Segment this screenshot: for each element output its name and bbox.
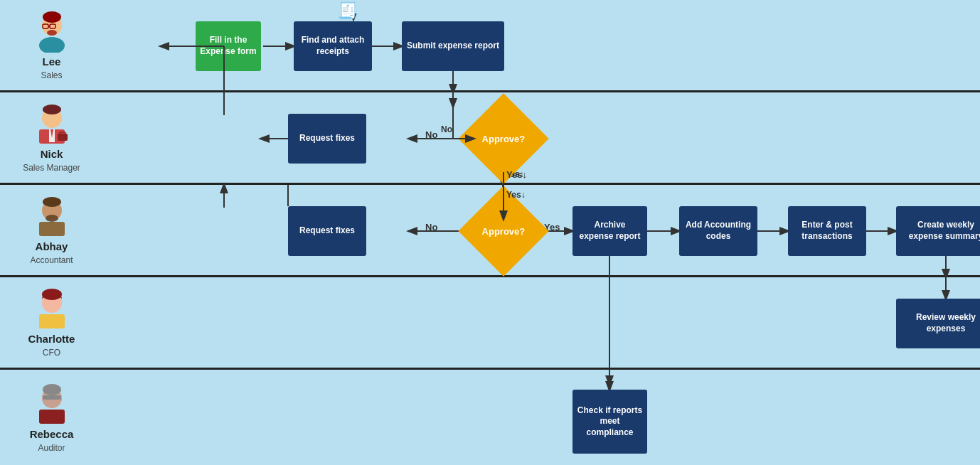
svg-rect-43 bbox=[43, 395, 61, 400]
swimlane-abhay: Abhay Accountant bbox=[0, 185, 980, 277]
avatar-abhay bbox=[31, 195, 73, 237]
actor-charlotte: Charlotte CFO bbox=[0, 277, 103, 368]
diamond-approve-nick: Approve? bbox=[458, 93, 548, 183]
svg-point-6 bbox=[47, 30, 57, 36]
charlotte-arrows bbox=[103, 277, 980, 368]
actor-abhay-name: Abhay bbox=[36, 240, 68, 252]
svg-point-24 bbox=[43, 197, 61, 207]
svg-point-25 bbox=[46, 215, 58, 222]
box-request-fixes-abhay: Request fixes bbox=[288, 206, 366, 256]
lane-rebecca-content: Check if reports meet compliance bbox=[103, 370, 980, 465]
svg-rect-35 bbox=[39, 314, 65, 328]
diamond-approve-abhay: Approve? bbox=[458, 186, 548, 276]
box-review-weekly: Review weekly expenses bbox=[896, 299, 980, 348]
actor-charlotte-role: CFO bbox=[43, 348, 60, 358]
no-label-nick: No bbox=[425, 129, 437, 140]
swimlane-charlotte: Charlotte CFO Review weekly expenses bbox=[0, 277, 980, 370]
rebecca-arrows bbox=[103, 370, 980, 465]
box-add-accounting: Add Accounting codes bbox=[679, 206, 757, 256]
lane-charlotte-content: Review weekly expenses bbox=[103, 277, 980, 368]
lane-abhay-content: No Yes Request fixes Approve? Archive ex… bbox=[103, 185, 980, 275]
svg-point-0 bbox=[39, 37, 65, 53]
svg-point-42 bbox=[43, 384, 61, 395]
svg-point-15 bbox=[43, 105, 61, 114]
box-submit-report: Submit expense report bbox=[402, 21, 504, 71]
actor-rebecca: Rebecca Auditor bbox=[0, 370, 103, 465]
receipt-icon: 🧾 bbox=[338, 1, 357, 20]
label-no-nick: No bbox=[441, 124, 452, 134]
actor-abhay-role: Accountant bbox=[30, 255, 73, 265]
actor-rebecca-role: Auditor bbox=[38, 443, 65, 453]
lane-lee-content: 🧾 Fill in the Expense form Find and atta… bbox=[103, 0, 980, 90]
diamond-approve-nick-label: Approve? bbox=[482, 133, 526, 144]
avatar-lee bbox=[31, 10, 73, 53]
actor-rebecca-name: Rebecca bbox=[30, 428, 74, 440]
box-find-receipts: Find and attach receipts bbox=[294, 21, 372, 71]
actor-lee-role: Sales bbox=[41, 70, 62, 80]
no-label-abhay: No bbox=[425, 222, 437, 232]
svg-point-5 bbox=[43, 11, 61, 23]
box-archive-report: Archive expense report bbox=[572, 206, 647, 256]
avatar-nick bbox=[31, 102, 73, 145]
svg-rect-22 bbox=[39, 222, 65, 236]
svg-rect-40 bbox=[39, 410, 65, 424]
actor-nick-role: Sales Manager bbox=[23, 163, 80, 173]
box-fill-form: Fill in the Expense form bbox=[196, 21, 261, 71]
box-enter-post: Enter & post transactions bbox=[788, 206, 866, 256]
svg-point-37 bbox=[42, 289, 62, 300]
actor-nick: Nick Sales Manager bbox=[0, 92, 103, 183]
yes-label-nick: Yes↓ bbox=[506, 169, 527, 180]
actor-charlotte-name: Charlotte bbox=[28, 333, 75, 345]
actor-abhay: Abhay Accountant bbox=[0, 185, 103, 275]
swimlane-rebecca: Rebecca Auditor Check if reports meet co… bbox=[0, 370, 980, 465]
swimlane-nick: Nick Sales Manager No Yes↓ Requ bbox=[0, 92, 980, 185]
diamond-approve-abhay-label: Approve? bbox=[482, 225, 526, 236]
actor-lee-name: Lee bbox=[43, 55, 61, 68]
avatar-charlotte bbox=[31, 287, 73, 330]
lane-nick-content: No Yes↓ Request fixes Approve? No Yes↓ bbox=[103, 92, 980, 183]
box-request-fixes-nick: Request fixes bbox=[288, 114, 366, 164]
swimlane-lee: Lee Sales 🧾 Fill in the Expense form bbox=[0, 0, 980, 92]
avatar-rebecca bbox=[31, 383, 73, 425]
actor-lee: Lee Sales bbox=[0, 0, 103, 90]
box-check-compliance: Check if reports meet compliance bbox=[572, 390, 647, 454]
box-create-weekly: Create weekly expense summary bbox=[896, 206, 980, 256]
actor-nick-name: Nick bbox=[41, 148, 63, 160]
